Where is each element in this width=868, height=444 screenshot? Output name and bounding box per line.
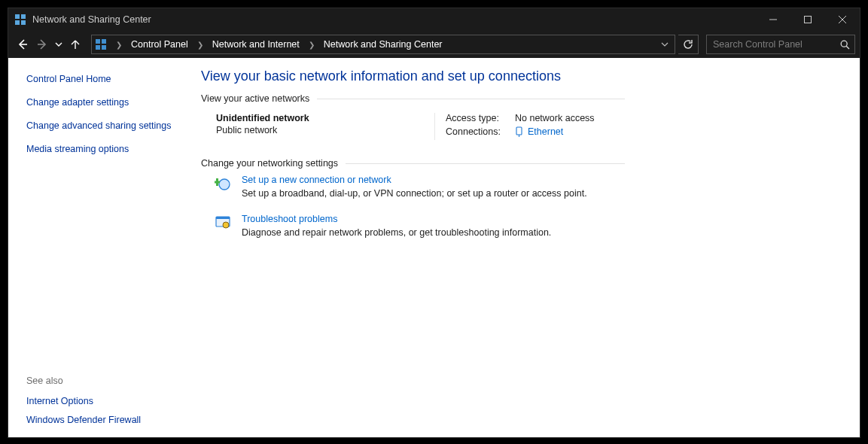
control-panel-home-link[interactable]: Control Panel Home bbox=[26, 73, 177, 86]
divider bbox=[346, 163, 625, 164]
network-kind: Public network bbox=[216, 125, 434, 135]
setting-new-connection: Set up a new connection or network Set u… bbox=[215, 175, 843, 199]
connection-link[interactable]: Ethernet bbox=[515, 126, 563, 137]
sidebar-link-advanced-sharing[interactable]: Change advanced sharing settings bbox=[26, 120, 177, 132]
svg-rect-5 bbox=[805, 17, 812, 23]
close-button[interactable] bbox=[825, 8, 860, 31]
page-title: View your basic network information and … bbox=[201, 68, 843, 84]
svg-rect-10 bbox=[96, 39, 100, 44]
address-dropdown-button[interactable] bbox=[658, 35, 672, 54]
sidebar-link-adapter[interactable]: Change adapter settings bbox=[26, 96, 177, 109]
nav-bar: ❯ Control Panel ❯ Network and Internet ❯… bbox=[8, 31, 860, 58]
search-box[interactable] bbox=[706, 35, 855, 54]
troubleshoot-icon bbox=[215, 214, 231, 230]
content-area: Control Panel Home Change adapter settin… bbox=[8, 58, 860, 437]
breadcrumb-item[interactable]: Control Panel bbox=[131, 39, 188, 50]
breadcrumb-item[interactable]: Network and Internet bbox=[212, 39, 300, 50]
setting-desc: Diagnose and repair network problems, or… bbox=[242, 227, 551, 238]
breadcrumb-item[interactable]: Network and Sharing Center bbox=[324, 39, 443, 50]
svg-rect-20 bbox=[215, 181, 220, 184]
back-button[interactable] bbox=[13, 35, 32, 54]
svg-rect-16 bbox=[516, 127, 522, 135]
see-also-firewall[interactable]: Windows Defender Firewall bbox=[26, 414, 177, 427]
chevron-right-icon[interactable]: ❯ bbox=[111, 41, 126, 49]
setting-desc: Set up a broadband, dial-up, or VPN conn… bbox=[242, 188, 587, 199]
connections-label: Connections: bbox=[446, 126, 515, 137]
window-title: Network and Sharing Center bbox=[32, 14, 151, 25]
app-icon bbox=[14, 14, 26, 26]
see-also-label: See also bbox=[26, 376, 177, 386]
svg-rect-1 bbox=[21, 14, 26, 19]
svg-rect-0 bbox=[15, 14, 20, 19]
svg-rect-12 bbox=[96, 45, 100, 50]
title-bar: Network and Sharing Center bbox=[8, 8, 860, 31]
maximize-button[interactable] bbox=[790, 8, 825, 31]
up-button[interactable] bbox=[65, 35, 85, 54]
network-name: Unidentified network bbox=[216, 113, 434, 123]
search-input[interactable] bbox=[711, 38, 840, 50]
window: Network and Sharing Center bbox=[8, 8, 860, 438]
address-bar[interactable]: ❯ Control Panel ❯ Network and Internet ❯… bbox=[91, 35, 675, 54]
access-type-label: Access type: bbox=[446, 113, 515, 123]
svg-rect-22 bbox=[216, 217, 230, 219]
see-also-internet-options[interactable]: Internet Options bbox=[26, 395, 177, 408]
setting-troubleshoot: Troubleshoot problems Diagnose and repai… bbox=[215, 214, 843, 238]
svg-point-18 bbox=[219, 179, 230, 190]
svg-line-15 bbox=[846, 46, 849, 49]
connection-name: Ethernet bbox=[528, 126, 563, 137]
svg-point-23 bbox=[223, 222, 229, 228]
change-settings-label: Change your networking settings bbox=[201, 158, 625, 169]
chevron-right-icon[interactable]: ❯ bbox=[304, 41, 319, 49]
recent-locations-button[interactable] bbox=[52, 35, 65, 54]
active-networks-label: View your active networks bbox=[201, 93, 625, 104]
access-type-value: No network access bbox=[515, 113, 595, 123]
svg-rect-3 bbox=[21, 20, 26, 25]
svg-rect-2 bbox=[15, 20, 20, 25]
divider bbox=[317, 99, 625, 99]
new-connection-icon bbox=[215, 175, 231, 191]
sidebar: Control Panel Home Change adapter settin… bbox=[8, 58, 187, 437]
search-icon[interactable] bbox=[840, 40, 850, 50]
setting-link[interactable]: Troubleshoot problems bbox=[242, 214, 551, 224]
svg-point-14 bbox=[841, 41, 847, 47]
forward-button[interactable] bbox=[32, 35, 52, 54]
chevron-right-icon[interactable]: ❯ bbox=[193, 41, 208, 49]
refresh-button[interactable] bbox=[678, 35, 699, 54]
active-network-row: Unidentified network Public network Acce… bbox=[216, 113, 843, 140]
sidebar-link-media-streaming[interactable]: Media streaming options bbox=[26, 143, 177, 156]
main-panel: View your basic network information and … bbox=[187, 58, 860, 437]
svg-rect-13 bbox=[102, 45, 106, 50]
address-icon bbox=[95, 38, 107, 50]
ethernet-icon bbox=[515, 126, 523, 137]
minimize-button[interactable] bbox=[756, 8, 790, 31]
svg-rect-11 bbox=[102, 39, 106, 44]
setting-link[interactable]: Set up a new connection or network bbox=[242, 175, 587, 185]
